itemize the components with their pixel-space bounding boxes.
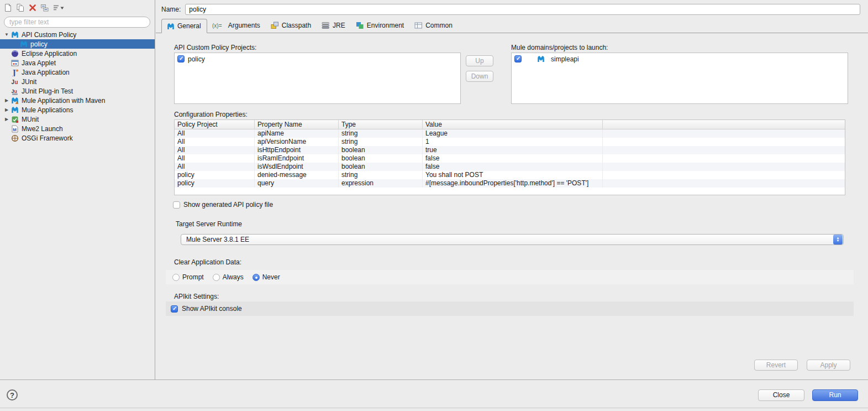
tree-item-munit[interactable]: ▶MUnit — [0, 115, 155, 124]
osgi-icon — [10, 134, 19, 142]
up-button[interactable]: Up — [466, 55, 493, 66]
mule-icon — [10, 106, 19, 114]
domains-section-label: Mule domains/projects to launch: — [511, 44, 608, 51]
tree-item-mule-application-with-maven[interactable]: ▶Mule Application with Maven — [0, 96, 155, 105]
target-server-dropdown[interactable]: Mule Server 3.8.1 EE ▲▼ — [181, 234, 844, 245]
tree-item-mwe2-launch[interactable]: MMwe2 Launch — [0, 124, 155, 133]
disclosure-triangle[interactable]: ▶ — [3, 98, 10, 103]
radio-circle[interactable] — [213, 274, 220, 281]
tree-item-java-application[interactable]: JJava Application — [0, 67, 155, 77]
window-bottom-edge — [0, 408, 868, 408]
column-header-type[interactable]: Type — [339, 120, 423, 129]
table-cell-filler — [603, 129, 845, 138]
tree-item-policy[interactable]: policy — [0, 39, 155, 49]
table-row[interactable]: AllisWsdlEndpointbooleanfalse — [175, 163, 845, 171]
project-item-policy[interactable]: policy — [175, 53, 460, 65]
column-header-policy-project[interactable]: Policy Project — [175, 120, 255, 129]
table-row[interactable]: AllapiNamestringLeague — [175, 129, 845, 138]
svg-text:u: u — [14, 79, 18, 85]
environment-icon — [356, 22, 364, 29]
jre-icon — [322, 22, 330, 29]
radio-label: Never — [262, 273, 280, 281]
disclosure-triangle[interactable]: ▼ — [3, 32, 10, 37]
column-header-property-name[interactable]: Property Name — [255, 120, 339, 129]
svg-text:u: u — [14, 89, 17, 94]
tab-jre[interactable]: JRE — [317, 18, 351, 33]
table-row[interactable]: AllisRamlEndpointbooleanfalse — [175, 154, 845, 163]
disclosure-triangle[interactable]: ▶ — [3, 117, 10, 122]
domain-item-simpleapi[interactable]: simpleapi — [512, 53, 848, 65]
tab-label: Common — [425, 22, 453, 29]
junit-icon: Ju — [10, 77, 19, 86]
tree-item-mule-applications[interactable]: ▶Mule Applications — [0, 105, 155, 115]
apikit-console-checkbox-row[interactable]: Show APIkit console — [166, 301, 854, 316]
project-checkbox[interactable] — [177, 55, 185, 63]
tree-item-label: Mule Applications — [22, 106, 73, 114]
eclipse-icon — [10, 49, 19, 58]
table-cell: denied-message — [255, 171, 339, 179]
tab-bar: General(x)=ArgumentsClasspathJREEnvironm… — [156, 18, 868, 33]
table-row[interactable]: AllisHttpEndpointbooleantrue — [175, 146, 845, 154]
disclosure-triangle[interactable]: ▶ — [3, 107, 10, 112]
table-cell: string — [339, 138, 423, 146]
sidebar-toolbar — [0, 0, 155, 15]
table-cell: boolean — [339, 146, 423, 154]
table-row[interactable]: policydenied-messagestringYou shall not … — [175, 171, 845, 179]
radio-circle[interactable] — [172, 274, 180, 281]
radio-always[interactable]: Always — [213, 273, 244, 281]
show-generated-policy-checkbox-row[interactable]: Show generated API policy file — [173, 201, 273, 209]
close-button[interactable]: Close — [758, 389, 804, 401]
tree-item-api-custom-policy[interactable]: ▼API Custom Policy — [0, 30, 155, 39]
table-cell-filler — [603, 179, 845, 188]
apikit-console-checkbox[interactable] — [171, 305, 178, 313]
table-cell: You shall not POST — [423, 171, 603, 179]
down-button[interactable]: Down — [466, 71, 493, 82]
projects-section-label: API Custom Policy Projects: — [174, 44, 256, 51]
project-label: policy — [188, 55, 205, 63]
table-cell: query — [255, 179, 339, 188]
tree-item-java-applet[interactable]: Java Applet — [0, 58, 155, 67]
tree-item-junit-plug-in-test[interactable]: JuJUnit Plug-in Test — [0, 86, 155, 96]
radio-never[interactable]: Never — [252, 273, 280, 281]
filter-input[interactable] — [4, 17, 150, 28]
filter-menu-icon[interactable] — [53, 4, 65, 12]
classpath-icon — [271, 22, 279, 29]
delete-icon[interactable] — [29, 4, 36, 12]
mule-icon — [19, 40, 28, 48]
table-cell: true — [423, 146, 603, 154]
tab-general[interactable]: General — [161, 19, 207, 33]
tab-common[interactable]: Common — [409, 18, 458, 33]
run-button[interactable]: Run — [812, 389, 858, 401]
help-button[interactable]: ? — [7, 389, 18, 400]
apply-button[interactable]: Apply — [807, 360, 850, 371]
table-row[interactable]: policyqueryexpression#[message.inboundPr… — [175, 179, 845, 188]
new-config-icon[interactable] — [4, 3, 12, 12]
domain-checkbox[interactable] — [514, 55, 522, 63]
junit-plugin-icon: Ju — [10, 87, 19, 95]
table-row[interactable]: AllapiVersionNamestring1 — [175, 138, 845, 146]
column-header-value[interactable]: Value — [423, 120, 603, 129]
arguments-icon: (x)= — [212, 22, 225, 29]
apikit-console-label: Show APIkit console — [182, 305, 242, 313]
tree-item-junit[interactable]: JuJUnit — [0, 77, 155, 86]
radio-circle[interactable] — [252, 274, 260, 281]
tab-label: JRE — [333, 22, 345, 29]
radio-label: Always — [223, 273, 244, 281]
show-generated-checkbox[interactable] — [173, 201, 180, 209]
duplicate-icon[interactable] — [16, 3, 25, 12]
svg-text:J: J — [12, 69, 16, 76]
name-input[interactable] — [185, 4, 860, 15]
clear-application-data-label: Clear Application Data: — [174, 258, 241, 266]
tab-environment[interactable]: Environment — [351, 18, 409, 33]
tree-item-eclipse-application[interactable]: Eclipse Application — [0, 49, 155, 58]
revert-button[interactable]: Revert — [754, 360, 798, 371]
table-cell: #[message.inboundProperties['http.method… — [423, 179, 603, 188]
table-cell: policy — [175, 171, 255, 179]
radio-prompt[interactable]: Prompt — [172, 273, 204, 281]
tab-arguments[interactable]: (x)=Arguments — [207, 18, 266, 33]
tab-classpath[interactable]: Classpath — [266, 18, 317, 33]
tree-item-label: JUnit — [22, 78, 36, 86]
tree-item-label: Java Application — [22, 69, 70, 76]
tree-item-osgi-framework[interactable]: OSGi Framework — [0, 133, 155, 143]
collapse-all-icon[interactable] — [40, 3, 49, 12]
